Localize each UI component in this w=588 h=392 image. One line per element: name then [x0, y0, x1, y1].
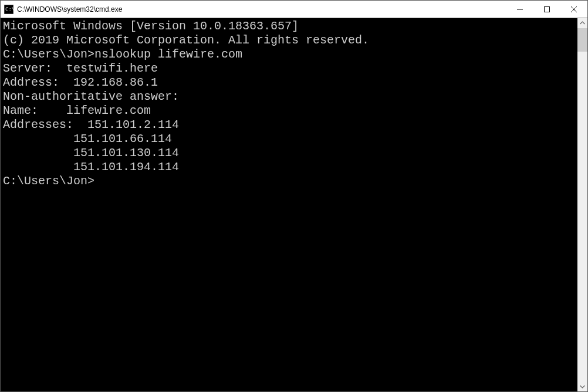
scrollbar-up-button[interactable] — [577, 18, 587, 28]
terminal-line: Server: testwifi.here — [3, 62, 577, 76]
scrollbar-thumb[interactable] — [577, 28, 587, 52]
scrollbar-down-button[interactable] — [577, 381, 587, 391]
maximize-button[interactable] — [533, 1, 560, 18]
terminal-line: Microsoft Windows [Version 10.0.18363.65… — [3, 19, 577, 33]
cmd-window: C:\ C:\WINDOWS\system32\cmd.exe — [0, 0, 588, 392]
terminal-line: Addresses: 151.101.2.114 — [3, 118, 577, 132]
minimize-icon — [517, 6, 523, 12]
window-controls — [506, 1, 587, 18]
titlebar[interactable]: C:\ C:\WINDOWS\system32\cmd.exe — [1, 1, 587, 18]
scrollbar-track[interactable] — [577, 28, 587, 381]
terminal-line: Name: lifewire.com — [3, 104, 577, 118]
minimize-button[interactable] — [506, 1, 533, 18]
terminal-line: 151.101.130.114 — [3, 146, 577, 160]
cmd-icon: C:\ — [4, 5, 13, 14]
terminal-output[interactable]: Microsoft Windows [Version 10.0.18363.65… — [1, 18, 577, 391]
terminal-line: Address: 192.168.86.1 — [3, 76, 577, 90]
chevron-up-icon — [580, 21, 585, 26]
terminal-line: Non-authoritative answer: — [3, 90, 577, 104]
terminal-line: C:\Users\Jon>nslookup lifewire.com — [3, 48, 577, 62]
window-title: C:\WINDOWS\system32\cmd.exe — [17, 5, 506, 13]
chevron-down-icon — [580, 384, 585, 389]
close-button[interactable] — [560, 1, 587, 18]
terminal-line: C:\Users\Jon> — [3, 174, 577, 188]
vertical-scrollbar[interactable] — [577, 18, 587, 391]
terminal-line: (c) 2019 Microsoft Corporation. All righ… — [3, 33, 577, 48]
terminal-line: 151.101.66.114 — [3, 132, 577, 146]
svg-rect-3 — [545, 6, 550, 12]
content-wrapper: Microsoft Windows [Version 10.0.18363.65… — [1, 18, 587, 391]
close-icon — [571, 6, 577, 12]
terminal-line: 151.101.194.114 — [3, 160, 577, 174]
maximize-icon — [544, 6, 550, 12]
svg-text:C:\: C:\ — [5, 6, 13, 12]
